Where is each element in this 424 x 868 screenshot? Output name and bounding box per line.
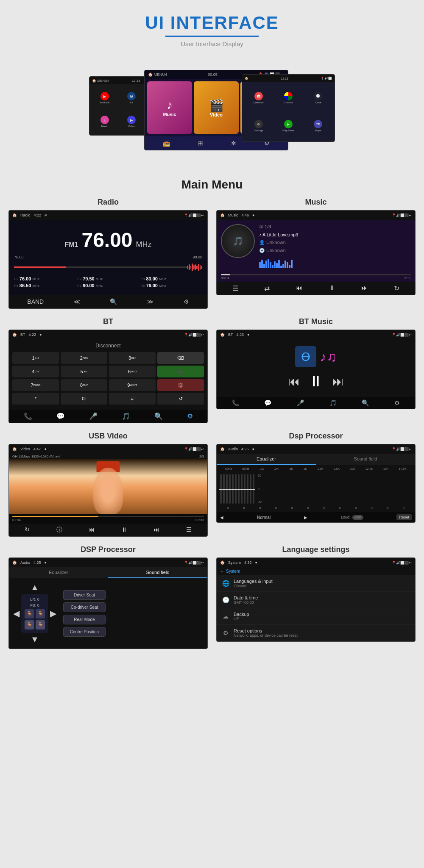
slider-15k2[interactable]: [250, 474, 251, 504]
tab-equalizer[interactable]: Equalizer: [9, 567, 108, 578]
key-2[interactable]: 2ABC: [61, 352, 107, 364]
bt-mic-icon[interactable]: 🎤: [89, 412, 98, 420]
bt-call-icon[interactable]: 📞: [232, 399, 239, 406]
preset-4: P4 86.50 MHz: [14, 283, 75, 288]
key-0[interactable]: 0+: [61, 393, 107, 405]
dsp-play-icon[interactable]: ▶: [304, 515, 307, 520]
topbar-icons: 📍🔊⬜⬛↩: [184, 561, 204, 565]
topbar-time: 4:22: [34, 213, 42, 217]
slider-125k[interactable]: [247, 474, 248, 504]
playlist-icon[interactable]: ☰: [186, 526, 192, 534]
bt-settings-icon[interactable]: ⚙: [187, 412, 193, 420]
repeat-icon[interactable]: ↻: [394, 284, 399, 292]
prev-track-button[interactable]: ⏮: [288, 374, 300, 388]
dsp-tabs: Equalizer Sound field: [217, 454, 415, 465]
key-6[interactable]: 6MNO: [109, 366, 156, 377]
search-button[interactable]: 🔍: [110, 298, 117, 305]
loud-label: Loud:: [341, 515, 351, 519]
dsp-topbar: 🏠 Audio 4:25 ● 📍🔊⬜⬛↩: [217, 444, 415, 454]
key-hangup[interactable]: 📵: [157, 379, 204, 391]
prev-track-icon[interactable]: ⏮: [296, 284, 302, 292]
lang-item-datetime[interactable]: 🕐 Date & time GMT+00:00: [217, 592, 415, 608]
key-8[interactable]: 8TUV: [61, 379, 107, 391]
loud-toggle[interactable]: Loud: OFF: [341, 515, 363, 520]
next-button[interactable]: ≫: [147, 298, 153, 305]
arrow-up[interactable]: ▲: [31, 582, 39, 592]
radio-title: Radio: [8, 198, 208, 207]
slider-01k[interactable]: [226, 474, 228, 504]
next-icon[interactable]: ⏭: [153, 526, 159, 534]
next-track-button[interactable]: ⏭: [332, 374, 344, 388]
topbar-app-name: Video: [20, 447, 30, 451]
settings-icon[interactable]: ⚙: [184, 298, 189, 305]
shuffle-icon[interactable]: ⇄: [264, 284, 270, 292]
band-button[interactable]: BAND: [27, 298, 44, 305]
key-star[interactable]: *: [12, 393, 59, 405]
key-4[interactable]: 4GHI: [12, 366, 59, 377]
bt-settings-icon[interactable]: ⚙: [394, 399, 400, 406]
bt-search-icon[interactable]: 🔍: [154, 412, 163, 420]
bt-music-icon[interactable]: 🎵: [329, 399, 337, 406]
radio-presets: P1 76.00 MHz P2 79.50 MHz P3 83.00 MHz: [14, 276, 202, 288]
play-pause-icon[interactable]: ⏸: [121, 526, 127, 534]
arrow-right[interactable]: ▶: [50, 608, 56, 618]
key-3[interactable]: 3DEF: [109, 352, 156, 364]
key-7[interactable]: 7PQRS: [12, 379, 59, 391]
lang-item-backup[interactable]: ☁ Backup Off: [217, 608, 415, 625]
rear-mode-button[interactable]: Rear Mode: [63, 615, 106, 624]
bt-sms-icon[interactable]: 💬: [264, 399, 271, 406]
slider-175k[interactable]: [253, 474, 254, 504]
slider-25k[interactable]: [241, 474, 243, 504]
info-icon[interactable]: ⓘ: [56, 526, 62, 534]
bt-mic-icon[interactable]: 🎤: [297, 399, 304, 406]
prev-icon[interactable]: ⏮: [89, 526, 95, 534]
play-pause-button[interactable]: ⏸: [308, 372, 324, 390]
key-5[interactable]: 5JKL: [61, 366, 107, 377]
topbar-home-icon: 🏠: [12, 447, 17, 451]
topbar-time: 4:47: [33, 447, 41, 451]
arrow-left[interactable]: ◀: [13, 608, 20, 618]
key-1[interactable]: 1GHI: [12, 352, 59, 364]
slider-05k[interactable]: [232, 474, 234, 504]
lang-item-sub-reset: Network, apps, or device can be reset: [234, 633, 411, 638]
slider-1k[interactable]: [235, 474, 237, 504]
radio-controls: BAND ≪ 🔍 ≫ ⚙: [9, 295, 207, 308]
topbar-app-name: Radio: [20, 213, 31, 217]
playlist-icon[interactable]: ☰: [232, 284, 238, 292]
lang-topbar: 🏠 System 4:32 ● 📍🔊⬜⬛↩: [217, 558, 415, 567]
slider-60hz[interactable]: [220, 474, 222, 504]
slider-80hz[interactable]: [223, 474, 225, 504]
repeat-icon[interactable]: ↻: [25, 526, 30, 534]
next-track-icon[interactable]: ⏭: [361, 284, 368, 292]
bt-sms-icon[interactable]: 💬: [56, 412, 65, 420]
key-refresh[interactable]: ↺: [157, 393, 204, 405]
bt-phone-icon[interactable]: 📞: [24, 412, 32, 420]
tab-equalizer[interactable]: Equalizer: [217, 454, 316, 465]
back-arrow-icon[interactable]: ←: [220, 569, 224, 574]
reset-button[interactable]: Reset: [396, 514, 412, 520]
lang-item-languages[interactable]: 🌐 Languages & input Gboard: [217, 575, 415, 592]
arrow-down[interactable]: ▼: [31, 635, 39, 644]
music-info: ① 1/3 ♪ A Little Love.mp3 👤 Unknown 💿 Un…: [259, 224, 411, 268]
codriver-seat-button[interactable]: Co-driver Seat: [63, 602, 106, 612]
video-progress: 01:34 03:33: [9, 514, 207, 524]
tab-sound-field[interactable]: Sound field: [316, 454, 415, 465]
slider-10k[interactable]: [244, 474, 245, 504]
prev-button[interactable]: ≪: [74, 298, 80, 305]
slider-02k[interactable]: [229, 474, 231, 504]
slider-15k[interactable]: [238, 474, 240, 504]
radio-progress-bar: [14, 261, 202, 274]
key-call[interactable]: 📞: [157, 366, 204, 377]
key-hash[interactable]: #: [109, 393, 156, 405]
bt-search-icon[interactable]: 🔍: [362, 399, 369, 406]
tab-sound-field[interactable]: Sound field: [108, 567, 207, 578]
play-pause-icon[interactable]: ⏸: [329, 284, 335, 292]
key-del[interactable]: ⌫: [157, 352, 204, 364]
dsp-prev-button[interactable]: ◀: [220, 515, 223, 520]
key-9[interactable]: 9WXYZ: [109, 379, 156, 391]
lang-item-reset[interactable]: ⚙ Reset options Network, apps, or device…: [217, 625, 415, 641]
centre-position-button[interactable]: Centre Position: [63, 627, 106, 637]
progress-bar: [221, 274, 411, 275]
driver-seat-button[interactable]: Driver Seat: [63, 590, 106, 600]
bt-music-icon[interactable]: 🎵: [122, 412, 130, 420]
